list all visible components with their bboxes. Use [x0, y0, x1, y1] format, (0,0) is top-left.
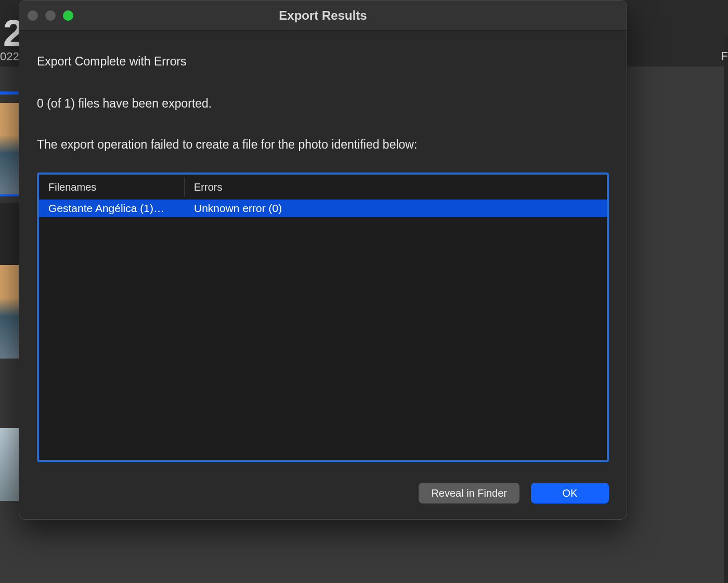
background-selection-rail [0, 91, 21, 95]
background-thumbnail [0, 428, 20, 501]
window-controls [28, 10, 73, 21]
close-window-button[interactable] [28, 10, 38, 21]
background-right-letter: F [721, 49, 728, 63]
dialog-body: Export Complete with Errors 0 (of 1) fil… [19, 31, 627, 483]
errors-table: Filenames Errors Gestante Angélica (1)…U… [37, 173, 609, 462]
export-status-heading: Export Complete with Errors [37, 54, 609, 70]
dialog-footer: Reveal in Finder OK [19, 483, 627, 519]
export-results-dialog: Export Results Export Complete with Erro… [19, 0, 627, 520]
window-title: Export Results [279, 8, 367, 23]
cell-error: Unknown error (0) [185, 202, 607, 215]
column-header-errors[interactable]: Errors [185, 175, 607, 200]
export-count-summary: 0 (of 1) files have been exported. [37, 96, 609, 112]
table-body: Gestante Angélica (1)…Unknown error (0) [39, 200, 607, 460]
table-row[interactable]: Gestante Angélica (1)…Unknown error (0) [39, 200, 607, 217]
reveal-in-finder-button[interactable]: Reveal in Finder [419, 483, 519, 504]
column-header-filenames[interactable]: Filenames [39, 178, 185, 196]
cell-filename: Gestante Angélica (1)… [39, 202, 185, 215]
ok-button[interactable]: OK [531, 483, 609, 504]
background-thumbnail [0, 103, 20, 196]
background-divider [0, 203, 20, 265]
background-right-panel-edge [724, 36, 728, 583]
background-thumbnail [0, 265, 20, 359]
background-year-fragment: 022 [0, 50, 19, 63]
minimize-window-button[interactable] [45, 10, 56, 21]
zoom-window-button[interactable] [63, 10, 73, 21]
export-failure-description: The export operation failed to create a … [37, 137, 609, 153]
titlebar: Export Results [19, 1, 627, 31]
table-header-row: Filenames Errors [39, 175, 607, 200]
